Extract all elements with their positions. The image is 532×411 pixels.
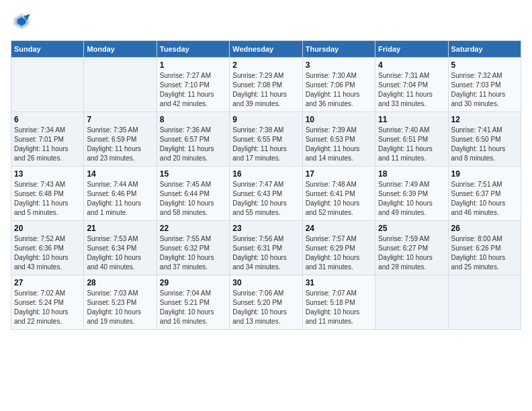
day-number: 10 — [306, 115, 372, 124]
day-info: Sunrise: 7:06 AM Sunset: 5:20 PM Dayligh… — [232, 289, 299, 326]
calendar-cell: 13Sunrise: 7:43 AM Sunset: 6:48 PM Dayli… — [11, 167, 84, 221]
day-number: 14 — [87, 169, 153, 179]
day-number: 21 — [87, 224, 153, 233]
day-info: Sunrise: 7:47 AM Sunset: 6:43 PM Dayligh… — [232, 180, 299, 218]
day-number: 19 — [451, 169, 518, 179]
day-number: 20 — [14, 224, 81, 233]
calendar-cell: 22Sunrise: 7:55 AM Sunset: 6:32 PM Dayli… — [157, 221, 229, 275]
calendar-cell: 6Sunrise: 7:34 AM Sunset: 7:01 PM Daylig… — [11, 112, 84, 167]
calendar-cell — [11, 58, 84, 112]
calendar-cell: 3Sunrise: 7:30 AM Sunset: 7:06 PM Daylig… — [302, 58, 375, 112]
day-number: 22 — [160, 224, 226, 233]
day-info: Sunrise: 7:27 AM Sunset: 7:10 PM Dayligh… — [160, 71, 226, 109]
weekday-header-tuesday: Tuesday — [157, 41, 229, 58]
calendar-cell: 10Sunrise: 7:39 AM Sunset: 6:53 PM Dayli… — [302, 112, 375, 167]
day-info: Sunrise: 7:29 AM Sunset: 7:08 PM Dayligh… — [232, 71, 299, 109]
day-number: 8 — [160, 115, 226, 124]
day-info: Sunrise: 7:30 AM Sunset: 7:06 PM Dayligh… — [306, 71, 372, 109]
day-number: 2 — [232, 60, 299, 70]
calendar-body: 1Sunrise: 7:27 AM Sunset: 7:10 PM Daylig… — [11, 58, 521, 330]
calendar-cell: 5Sunrise: 7:32 AM Sunset: 7:03 PM Daylig… — [448, 58, 521, 112]
day-info: Sunrise: 7:02 AM Sunset: 5:24 PM Dayligh… — [14, 289, 81, 326]
calendar-cell: 12Sunrise: 7:41 AM Sunset: 6:50 PM Dayli… — [448, 112, 521, 167]
calendar-cell: 31Sunrise: 7:07 AM Sunset: 5:18 PM Dayli… — [302, 275, 375, 330]
day-info: Sunrise: 7:44 AM Sunset: 6:46 PM Dayligh… — [87, 180, 153, 218]
calendar-cell: 24Sunrise: 7:57 AM Sunset: 6:29 PM Dayli… — [302, 221, 375, 275]
weekday-header-thursday: Thursday — [302, 41, 375, 58]
weekday-header-friday: Friday — [375, 41, 448, 58]
calendar-cell: 23Sunrise: 7:56 AM Sunset: 6:31 PM Dayli… — [230, 221, 302, 275]
day-info: Sunrise: 7:55 AM Sunset: 6:32 PM Dayligh… — [160, 234, 226, 272]
day-info: Sunrise: 7:52 AM Sunset: 6:36 PM Dayligh… — [14, 234, 81, 272]
calendar-week-1: 6Sunrise: 7:34 AM Sunset: 7:01 PM Daylig… — [11, 112, 521, 167]
day-info: Sunrise: 7:48 AM Sunset: 6:41 PM Dayligh… — [306, 180, 372, 218]
day-number: 23 — [232, 224, 299, 233]
day-info: Sunrise: 7:03 AM Sunset: 5:23 PM Dayligh… — [87, 289, 153, 326]
logo — [11, 11, 35, 32]
calendar-cell: 30Sunrise: 7:06 AM Sunset: 5:20 PM Dayli… — [230, 275, 302, 330]
day-number: 17 — [306, 169, 372, 179]
calendar-cell: 17Sunrise: 7:48 AM Sunset: 6:41 PM Dayli… — [302, 167, 375, 221]
day-number: 13 — [14, 169, 81, 179]
day-number: 18 — [378, 169, 445, 179]
calendar-cell: 14Sunrise: 7:44 AM Sunset: 6:46 PM Dayli… — [84, 167, 157, 221]
calendar-cell: 11Sunrise: 7:40 AM Sunset: 6:51 PM Dayli… — [375, 112, 448, 167]
calendar-cell: 21Sunrise: 7:53 AM Sunset: 6:34 PM Dayli… — [84, 221, 157, 275]
day-info: Sunrise: 7:38 AM Sunset: 6:55 PM Dayligh… — [232, 126, 299, 163]
calendar-week-4: 27Sunrise: 7:02 AM Sunset: 5:24 PM Dayli… — [11, 275, 521, 330]
weekday-row: SundayMondayTuesdayWednesdayThursdayFrid… — [11, 41, 521, 58]
calendar-header: SundayMondayTuesdayWednesdayThursdayFrid… — [11, 41, 521, 58]
day-info: Sunrise: 7:53 AM Sunset: 6:34 PM Dayligh… — [87, 234, 153, 272]
calendar-cell: 27Sunrise: 7:02 AM Sunset: 5:24 PM Dayli… — [11, 275, 84, 330]
weekday-header-wednesday: Wednesday — [230, 41, 302, 58]
day-number: 5 — [451, 60, 518, 70]
calendar-cell: 2Sunrise: 7:29 AM Sunset: 7:08 PM Daylig… — [230, 58, 302, 112]
day-number: 30 — [232, 278, 299, 287]
day-info: Sunrise: 7:35 AM Sunset: 6:59 PM Dayligh… — [87, 126, 153, 163]
calendar-cell: 25Sunrise: 7:59 AM Sunset: 6:27 PM Dayli… — [375, 221, 448, 275]
calendar-cell: 7Sunrise: 7:35 AM Sunset: 6:59 PM Daylig… — [84, 112, 157, 167]
day-info: Sunrise: 7:31 AM Sunset: 7:04 PM Dayligh… — [378, 71, 445, 109]
day-number: 1 — [160, 60, 226, 70]
calendar-week-0: 1Sunrise: 7:27 AM Sunset: 7:10 PM Daylig… — [11, 58, 521, 112]
calendar-table: SundayMondayTuesdayWednesdayThursdayFrid… — [11, 40, 521, 330]
calendar-cell: 8Sunrise: 7:36 AM Sunset: 6:57 PM Daylig… — [157, 112, 229, 167]
day-number: 6 — [14, 115, 81, 124]
calendar-cell: 20Sunrise: 7:52 AM Sunset: 6:36 PM Dayli… — [11, 221, 84, 275]
weekday-header-saturday: Saturday — [448, 41, 521, 58]
day-number: 26 — [451, 224, 518, 233]
day-info: Sunrise: 7:39 AM Sunset: 6:53 PM Dayligh… — [306, 126, 372, 163]
calendar-cell — [375, 275, 448, 330]
day-number: 24 — [306, 224, 372, 233]
calendar-cell: 26Sunrise: 8:00 AM Sunset: 6:26 PM Dayli… — [448, 221, 521, 275]
day-info: Sunrise: 7:41 AM Sunset: 6:50 PM Dayligh… — [451, 126, 518, 163]
day-number: 31 — [306, 278, 372, 287]
day-info: Sunrise: 7:45 AM Sunset: 6:44 PM Dayligh… — [160, 180, 226, 218]
day-info: Sunrise: 7:57 AM Sunset: 6:29 PM Dayligh… — [306, 234, 372, 272]
logo-icon — [11, 11, 32, 32]
day-info: Sunrise: 7:56 AM Sunset: 6:31 PM Dayligh… — [232, 234, 299, 272]
calendar-cell: 18Sunrise: 7:49 AM Sunset: 6:39 PM Dayli… — [375, 167, 448, 221]
day-info: Sunrise: 7:43 AM Sunset: 6:48 PM Dayligh… — [14, 180, 81, 218]
day-number: 12 — [451, 115, 518, 124]
day-number: 25 — [378, 224, 445, 233]
day-number: 16 — [232, 169, 299, 179]
day-info: Sunrise: 7:40 AM Sunset: 6:51 PM Dayligh… — [378, 126, 445, 163]
calendar-cell: 28Sunrise: 7:03 AM Sunset: 5:23 PM Dayli… — [84, 275, 157, 330]
day-info: Sunrise: 7:59 AM Sunset: 6:27 PM Dayligh… — [378, 234, 445, 272]
day-info: Sunrise: 7:04 AM Sunset: 5:21 PM Dayligh… — [160, 289, 226, 326]
day-info: Sunrise: 7:07 AM Sunset: 5:18 PM Dayligh… — [306, 289, 372, 326]
day-info: Sunrise: 7:32 AM Sunset: 7:03 PM Dayligh… — [451, 71, 518, 109]
day-info: Sunrise: 7:49 AM Sunset: 6:39 PM Dayligh… — [378, 180, 445, 218]
day-number: 4 — [378, 60, 445, 70]
calendar-cell: 29Sunrise: 7:04 AM Sunset: 5:21 PM Dayli… — [157, 275, 229, 330]
calendar-cell: 9Sunrise: 7:38 AM Sunset: 6:55 PM Daylig… — [230, 112, 302, 167]
day-number: 15 — [160, 169, 226, 179]
day-number: 28 — [87, 278, 153, 287]
weekday-header-monday: Monday — [84, 41, 157, 58]
day-number: 29 — [160, 278, 226, 287]
calendar-week-3: 20Sunrise: 7:52 AM Sunset: 6:36 PM Dayli… — [11, 221, 521, 275]
day-number: 27 — [14, 278, 81, 287]
day-number: 7 — [87, 115, 153, 124]
calendar-cell: 1Sunrise: 7:27 AM Sunset: 7:10 PM Daylig… — [157, 58, 229, 112]
